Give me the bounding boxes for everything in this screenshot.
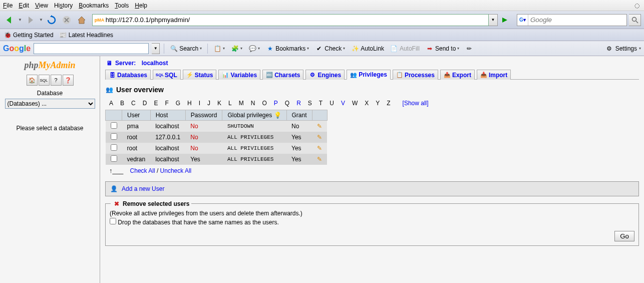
- breadcrumb: 🖥 Server: localhost: [105, 59, 639, 67]
- uncheck-all-link[interactable]: Uncheck All: [160, 167, 192, 174]
- gbar-search-button[interactable]: 🔍Search▾: [168, 45, 203, 53]
- pma-docs-button[interactable]: ?: [51, 75, 62, 86]
- col-host: Host: [150, 110, 185, 121]
- bookmark-getting-started[interactable]: 🐞 Getting Started: [4, 32, 54, 39]
- alpha-M: M: [239, 100, 244, 107]
- bookmark-label: Getting Started: [13, 32, 54, 39]
- menu-file[interactable]: File: [3, 2, 13, 9]
- forward-dropdown[interactable]: ▼: [39, 18, 43, 22]
- google-search-input[interactable]: [34, 43, 149, 54]
- tab-variables[interactable]: 📊Variables: [218, 70, 260, 80]
- google-logo: Google: [3, 44, 31, 53]
- search-bar[interactable]: G▾: [517, 14, 627, 26]
- gbar-sendto-button[interactable]: ➡Send to▾: [424, 45, 461, 53]
- gbar-settings-button[interactable]: ⚙Settings▾: [605, 45, 641, 53]
- gbar-chat-button[interactable]: 💬▾: [247, 45, 261, 53]
- blocker-icon: 🧩: [231, 45, 239, 53]
- back-dropdown[interactable]: ▼: [18, 18, 22, 22]
- tab-engines[interactable]: ⚙Engines: [305, 70, 345, 80]
- bookmark-latest-headlines[interactable]: 📰 Latest Headlines: [60, 32, 113, 39]
- search-engine-icon[interactable]: G▾: [517, 15, 528, 26]
- cell-global: ALL PRIVILEGES: [222, 154, 286, 165]
- menu-tools[interactable]: Tools: [115, 2, 129, 9]
- add-user-link[interactable]: Add a new User: [122, 185, 164, 192]
- alpha-O: O: [262, 100, 266, 107]
- pma-logo: phpMyAdmin: [2, 60, 98, 71]
- tab-import[interactable]: 📥Import: [477, 70, 511, 80]
- google-search-dropdown[interactable]: ▼: [152, 43, 160, 54]
- gbar-check-button[interactable]: ✔Check▾: [313, 45, 347, 53]
- tab-privileges[interactable]: 👥Privileges: [347, 70, 391, 80]
- pma-query-button[interactable]: ❓: [63, 75, 74, 86]
- stop-button[interactable]: [60, 14, 73, 27]
- alpha-Q: Q: [285, 100, 289, 107]
- alpha-J: J: [207, 100, 210, 107]
- gbar-blocker-button[interactable]: 🧩▾: [229, 45, 244, 53]
- row-checkbox[interactable]: [111, 155, 117, 162]
- status-icon: ⚡: [186, 72, 193, 79]
- col-global: Global privileges 💡: [222, 110, 286, 121]
- menu-history[interactable]: History: [54, 2, 73, 9]
- alpha-V[interactable]: V: [341, 100, 345, 107]
- search-input[interactable]: [528, 16, 626, 24]
- edit-user-button[interactable]: ✎: [317, 134, 322, 141]
- gbar-news-button[interactable]: 📋▾: [212, 45, 226, 53]
- alpha-C: C: [131, 100, 136, 107]
- menu-edit[interactable]: Edit: [19, 2, 29, 9]
- star-icon: ★: [266, 45, 274, 53]
- vars-icon: 📊: [222, 72, 229, 79]
- url-bar[interactable]: pMA: [92, 14, 489, 26]
- row-checkbox[interactable]: [111, 122, 117, 129]
- gbar-bookmarks-button[interactable]: ★Bookmarks▾: [264, 45, 310, 53]
- drop-db-checkbox[interactable]: [110, 218, 116, 224]
- url-dropdown[interactable]: ▼: [489, 14, 498, 26]
- server-link[interactable]: localhost: [142, 60, 168, 67]
- tab-processes[interactable]: 📋Processes: [393, 70, 438, 80]
- tab-databases[interactable]: 🗄Databases: [105, 70, 151, 80]
- col-edit: [312, 110, 327, 121]
- menu-bookmarks[interactable]: Bookmarks: [79, 2, 109, 9]
- show-all-link[interactable]: [Show all]: [403, 100, 429, 107]
- tab-charsets[interactable]: 🔤Charsets: [262, 70, 303, 80]
- edit-user-button[interactable]: ✎: [317, 123, 322, 130]
- database-select[interactable]: (Databases) ...: [5, 99, 95, 109]
- cell-grant: Yes: [286, 154, 312, 165]
- cell-user: root: [122, 143, 151, 154]
- search-go-button[interactable]: [629, 14, 641, 26]
- cell-global: ALL PRIVILEGES: [222, 132, 286, 143]
- alpha-T: T: [319, 100, 323, 107]
- alpha-A: A: [109, 100, 113, 107]
- pma-home-button[interactable]: 🏠: [27, 75, 38, 86]
- alpha-W: W: [352, 100, 358, 107]
- alpha-B: B: [120, 100, 124, 107]
- cell-host: 127.0.0.1: [150, 132, 185, 143]
- alpha-D: D: [143, 100, 147, 107]
- pma-sql-button[interactable]: SQL: [39, 75, 50, 86]
- alpha-P[interactable]: P: [274, 100, 278, 107]
- forward-button[interactable]: [24, 14, 37, 27]
- alpha-S: S: [308, 100, 312, 107]
- go-button[interactable]: [500, 15, 510, 25]
- page-title: 👥 User overview: [105, 86, 639, 94]
- gbar-autolink-button[interactable]: ✨AutoLink: [350, 45, 386, 53]
- tab-export[interactable]: 📤Export: [440, 70, 475, 80]
- row-checkbox[interactable]: [111, 144, 117, 151]
- menu-help[interactable]: Help: [135, 2, 147, 9]
- edit-user-button[interactable]: ✎: [317, 156, 322, 163]
- alpha-R[interactable]: R: [296, 100, 301, 107]
- tab-sql[interactable]: SQLSQL: [153, 70, 181, 80]
- gbar-autofill-button[interactable]: 📄AutoFill: [389, 45, 421, 53]
- gbar-highlight-button[interactable]: ✏: [464, 45, 475, 53]
- tab-status[interactable]: ⚡Status: [183, 70, 217, 80]
- home-button[interactable]: [75, 14, 88, 27]
- row-checkbox[interactable]: [111, 133, 117, 140]
- reload-button[interactable]: [45, 14, 58, 27]
- url-input[interactable]: [106, 16, 486, 24]
- edit-user-button[interactable]: ✎: [317, 145, 322, 152]
- back-button[interactable]: [3, 14, 16, 27]
- cell-host: localhost: [150, 154, 185, 165]
- menu-view[interactable]: View: [35, 2, 48, 9]
- alpha-Z: Z: [387, 100, 390, 107]
- go-button[interactable]: Go: [614, 231, 634, 241]
- check-all-link[interactable]: Check All: [130, 167, 155, 174]
